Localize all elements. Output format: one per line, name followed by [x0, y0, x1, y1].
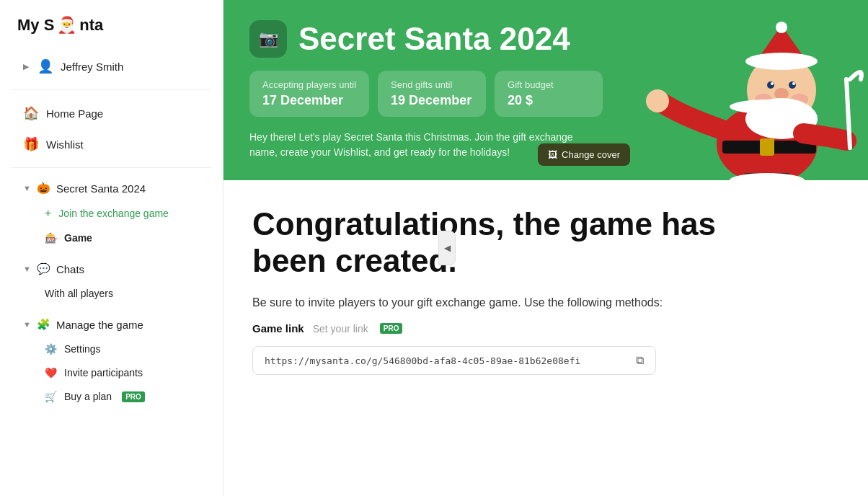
set-link-text: Set your link — [313, 323, 368, 335]
hero-banner: 📷 Secret Santa 2024 Accepting players un… — [223, 0, 868, 180]
secret-santa-section: ▼ 🎃 Secret Santa 2024 + Join the exchang… — [0, 172, 223, 253]
change-cover-button[interactable]: 🖼 Change cover — [538, 143, 630, 166]
copy-url-button[interactable]: ⧉ — [636, 354, 644, 367]
svg-line-22 — [846, 79, 850, 148]
chats-chevron-icon: ▼ — [23, 265, 31, 273]
sidebar-item-home[interactable]: 🏠 Home Page — [6, 98, 217, 128]
manage-section: ▼ 🧩 Manage the game ⚙️ Settings ❤️ Invit… — [0, 309, 223, 412]
chats-section: ▼ 💬 Chats With all players — [0, 253, 223, 309]
join-label: Join the exchange game — [58, 208, 169, 219]
secret-santa-group[interactable]: ▼ 🎃 Secret Santa 2024 — [6, 176, 217, 200]
hero-top-row: 📷 Secret Santa 2024 — [249, 20, 842, 58]
svg-rect-1 — [722, 141, 816, 154]
pro-badge-buy: PRO — [122, 391, 145, 402]
game-link-label: Game link — [252, 322, 304, 335]
ss-group-label: Secret Santa 2024 — [56, 182, 146, 195]
home-icon: 🏠 — [23, 105, 39, 121]
congrats-title: Congratulations, the game has been creat… — [252, 206, 757, 279]
divider-1 — [12, 89, 211, 90]
invite-description: Be sure to invite players to your gift e… — [252, 296, 839, 309]
send-gifts-card: Send gifts until 19 December — [378, 71, 486, 117]
game-url-input[interactable]: https://mysanta.co/g/546800bd-afa8-4c05-… — [252, 346, 656, 375]
user-section: ▶ 👤 Jeffrey Smith — [0, 48, 223, 85]
manage-label: Manage the game — [56, 319, 143, 331]
gift-budget-label: Gift budget — [508, 79, 590, 90]
with-all-players-label: With all players — [45, 288, 113, 299]
logo-text-2: nta — [79, 16, 103, 35]
ss-chevron-icon: ▼ — [23, 184, 31, 192]
buy-plan-icon: 🛒 — [45, 391, 57, 402]
buy-plan-item[interactable]: 🛒 Buy a plan PRO — [6, 385, 217, 408]
hero-title: Secret Santa 2024 — [298, 22, 570, 56]
collapse-icon: ◀ — [444, 243, 451, 253]
svg-rect-18 — [742, 173, 763, 180]
main-content: 📷 Secret Santa 2024 Accepting players un… — [223, 0, 868, 496]
nav-section: 🏠 Home Page 🎁 Wishlist — [0, 94, 223, 163]
wishlist-icon: 🎁 — [23, 136, 39, 152]
sidebar-collapse-button[interactable]: ◀ — [438, 231, 456, 265]
user-chevron-icon: ▶ — [23, 62, 29, 71]
settings-label: Settings — [64, 343, 101, 355]
accepting-value: 17 December — [262, 93, 356, 108]
pro-badge-link: PRO — [380, 323, 403, 334]
invite-icon: ❤️ — [45, 367, 57, 378]
settings-item[interactable]: ⚙️ Settings — [6, 337, 217, 360]
game-label: Game — [64, 232, 92, 244]
accepting-players-card: Accepting players until 17 December — [249, 71, 369, 117]
invite-item[interactable]: ❤️ Invite participants — [6, 361, 217, 384]
send-gifts-label: Send gifts until — [391, 79, 473, 90]
logo-santa-icon: 🎅 — [57, 16, 76, 35]
sidebar-item-wishlist[interactable]: 🎁 Wishlist — [6, 129, 217, 159]
camera-icon: 📷 — [259, 30, 278, 48]
hero-cards-row: Accepting players until 17 December Send… — [249, 71, 842, 117]
with-all-players-item[interactable]: With all players — [6, 282, 217, 305]
home-label: Home Page — [46, 107, 103, 120]
change-photo-button[interactable]: 📷 — [249, 20, 287, 58]
logo-text-1: My S — [17, 16, 54, 35]
wishlist-label: Wishlist — [46, 138, 84, 151]
sidebar: My S🎅nta ▶ 👤 Jeffrey Smith 🏠 Home Page 🎁… — [0, 0, 223, 496]
svg-point-21 — [730, 173, 805, 180]
content-body: Congratulations, the game has been creat… — [223, 180, 868, 404]
gift-budget-value: 20 $ — [508, 93, 590, 108]
user-avatar-icon: 👤 — [37, 58, 53, 74]
manage-chevron-icon: ▼ — [23, 320, 31, 329]
svg-rect-19 — [771, 173, 792, 180]
divider-2 — [12, 167, 211, 168]
settings-icon: ⚙️ — [45, 343, 57, 355]
game-link-row: Game link Set your link PRO — [252, 322, 839, 335]
invite-label: Invite participants — [64, 367, 143, 378]
plus-icon: + — [45, 207, 51, 220]
chats-label: Chats — [56, 263, 84, 275]
ss-group-icon: 🎃 — [37, 182, 50, 195]
manage-group[interactable]: ▼ 🧩 Manage the game — [6, 312, 217, 337]
send-gifts-value: 19 December — [391, 93, 473, 108]
accepting-label: Accepting players until — [262, 79, 356, 90]
game-item[interactable]: 🎰 Game — [6, 226, 217, 249]
user-profile-item[interactable]: ▶ 👤 Jeffrey Smith — [6, 51, 217, 81]
image-icon: 🖼 — [548, 149, 557, 160]
buy-plan-label: Buy a plan — [64, 391, 112, 402]
manage-icon: 🧩 — [37, 318, 50, 331]
change-cover-label: Change cover — [562, 149, 620, 160]
game-url-text: https://mysanta.co/g/546800bd-afa8-4c05-… — [265, 355, 630, 366]
join-exchange-item[interactable]: + Join the exchange game — [6, 201, 217, 226]
user-name-label: Jeffrey Smith — [61, 61, 123, 73]
game-icon: 🎰 — [45, 232, 57, 244]
chats-group[interactable]: ▼ 💬 Chats — [6, 257, 217, 281]
chats-icon: 💬 — [37, 262, 50, 275]
svg-rect-2 — [760, 138, 774, 156]
logo: My S🎅nta — [0, 0, 223, 48]
gift-budget-card: Gift budget 20 $ — [495, 71, 603, 117]
